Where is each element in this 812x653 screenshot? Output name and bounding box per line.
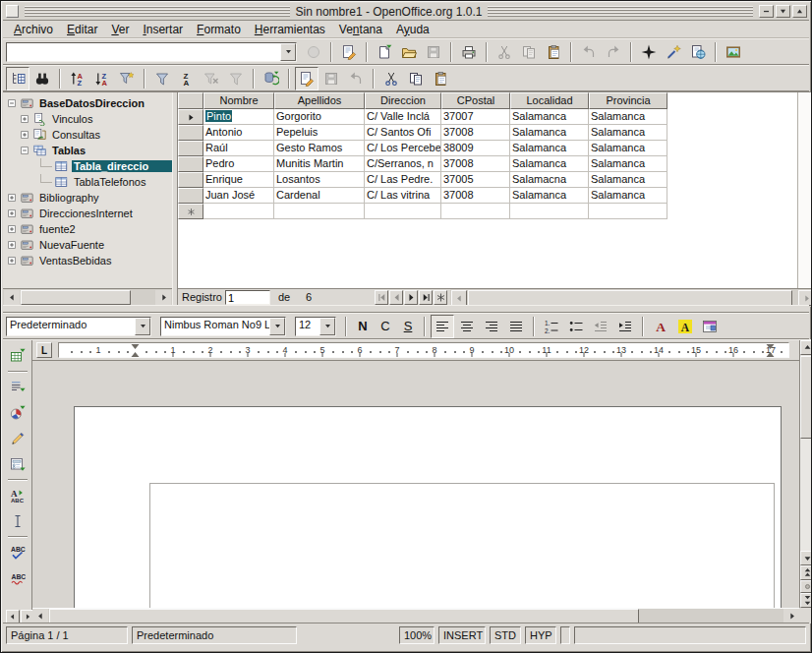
cell[interactable]: 37008 [441, 125, 510, 141]
font-size-combobox[interactable]: 12 [295, 317, 336, 336]
row-header[interactable] [178, 125, 203, 141]
copy-data-button[interactable] [404, 67, 428, 90]
right-indent-marker[interactable] [767, 344, 776, 357]
undo-data-button[interactable] [344, 67, 368, 90]
cell[interactable]: 37005 [441, 172, 510, 188]
cell[interactable]: Losantos [274, 172, 365, 188]
w-autotext-button[interactable]: AABC [5, 484, 30, 507]
tree-item-tablas[interactable]: Tablas [3, 143, 172, 158]
find-record-button[interactable] [30, 67, 54, 90]
edit-data-button[interactable] [295, 67, 319, 90]
expand-icon[interactable] [19, 129, 30, 141]
cell[interactable]: 37008 [441, 188, 510, 204]
expand-icon[interactable] [6, 223, 18, 235]
font-color-button[interactable]: A [649, 315, 672, 338]
row-header[interactable] [178, 172, 203, 188]
horizontal-scrollbar[interactable] [32, 608, 799, 623]
empty-cell[interactable] [203, 204, 274, 219]
scroll-right-button[interactable] [783, 609, 799, 623]
sort-desc-button[interactable]: ZA [90, 67, 114, 90]
menu-ver[interactable]: Ver [104, 22, 136, 37]
cell[interactable]: Salamanca [510, 188, 589, 204]
cell[interactable]: Raúl [203, 141, 274, 156]
cell[interactable]: C/ Los Percebe [365, 141, 441, 156]
size-dropdown-button[interactable] [319, 318, 335, 335]
cell[interactable]: Gorgorito [274, 109, 365, 125]
num-list-button[interactable]: 1.2. [540, 315, 563, 338]
para-bg-button[interactable] [698, 315, 722, 338]
collapse-icon[interactable] [6, 97, 18, 109]
filter-button[interactable] [150, 67, 174, 90]
scroll-up-button[interactable] [800, 340, 812, 355]
new-record-header[interactable] [178, 204, 203, 219]
cell[interactable]: Gesto Ramos [274, 141, 365, 156]
column-header-nombre[interactable]: Nombre [203, 92, 274, 109]
highlight-button[interactable]: A [673, 315, 697, 338]
tree-item-fuente2[interactable]: fuente2 [3, 221, 172, 237]
cut-data-button[interactable] [379, 67, 403, 90]
indent-button[interactable] [613, 315, 637, 338]
align-justify-button[interactable] [504, 315, 528, 338]
expand-icon[interactable] [6, 192, 18, 204]
horizontal-scroll-thumb[interactable] [49, 609, 639, 623]
scroll-left-button[interactable] [32, 609, 48, 623]
load-url-input[interactable] [7, 43, 280, 61]
status-selection-mode[interactable]: STD [490, 626, 521, 644]
hyperlink-doc-button[interactable] [686, 40, 710, 64]
cell[interactable]: Pinto [203, 109, 274, 125]
navigation-button[interactable] [800, 580, 812, 593]
document-page[interactable] [74, 406, 782, 608]
empty-cell[interactable] [441, 204, 510, 219]
minimize-button[interactable] [759, 5, 774, 18]
tree-item-tabla_direccio[interactable]: Tabla_direccio [3, 158, 172, 174]
cell[interactable]: C/ Santos Ofi [365, 125, 441, 141]
cell[interactable]: Salamanca [510, 109, 589, 125]
style-dropdown-button[interactable] [135, 318, 150, 335]
cell[interactable]: C/ Las vitrina [365, 188, 441, 204]
previous-page-button[interactable] [800, 565, 812, 580]
save-button[interactable] [422, 40, 445, 64]
explorer-toggle-button[interactable] [6, 67, 29, 90]
empty-cell[interactable] [510, 204, 589, 219]
sort-za-button[interactable]: ZA [175, 67, 199, 90]
print-button[interactable] [457, 40, 481, 64]
cell[interactable]: Salamacna [510, 172, 589, 188]
tree-item-ventasbebidas[interactable]: VentasBebidas [3, 253, 172, 268]
title-bar[interactable]: Sin nombre1 - OpenOffice.org 1.0.1 [3, 3, 809, 21]
next-page-button[interactable] [800, 593, 812, 608]
grid-scroll-right-button[interactable] [798, 290, 812, 306]
cell[interactable]: 38009 [441, 141, 510, 156]
bullet-list-button[interactable] [564, 315, 588, 338]
navigator-button[interactable] [637, 40, 661, 64]
w-table-button[interactable] [5, 344, 30, 368]
w-spell-button[interactable]: ABC [5, 541, 30, 564]
cell[interactable]: Salamanca [589, 188, 667, 204]
cell[interactable]: C/ Valle Inclá [365, 109, 441, 125]
sort-asc-button[interactable]: AZ [66, 67, 89, 90]
cell[interactable]: 37008 [441, 156, 510, 172]
rec-new-button[interactable] [434, 290, 447, 305]
italic-button[interactable]: C [375, 316, 396, 337]
status-hyperlink-mode[interactable]: HYP [525, 626, 556, 644]
window-menu-icon[interactable] [6, 5, 19, 18]
menu-herramientas[interactable]: Herramientas [248, 22, 332, 37]
empty-cell[interactable] [589, 204, 667, 219]
align-right-button[interactable] [480, 315, 503, 338]
rec-first-button[interactable] [375, 290, 388, 305]
open-folder-button[interactable] [397, 40, 421, 64]
vertical-scrollbar[interactable] [799, 340, 812, 608]
paste-data-button[interactable] [429, 67, 452, 90]
w-draw-button[interactable] [5, 427, 30, 450]
column-header-direccion[interactable]: Direccion [365, 92, 441, 109]
url-dropdown-button[interactable] [280, 43, 296, 61]
expand-icon[interactable] [6, 239, 18, 251]
empty-cell[interactable] [365, 204, 441, 219]
record-number-input[interactable] [225, 290, 270, 305]
row-header[interactable] [178, 156, 203, 172]
horizontal-ruler[interactable]: 11234567891011121314151617 [58, 342, 789, 358]
cell[interactable]: Salamanca [510, 125, 589, 141]
row-header[interactable] [178, 109, 203, 125]
cell[interactable]: Salamanca [589, 172, 667, 188]
expand-icon[interactable] [6, 255, 18, 267]
outdent-button[interactable] [589, 315, 612, 338]
